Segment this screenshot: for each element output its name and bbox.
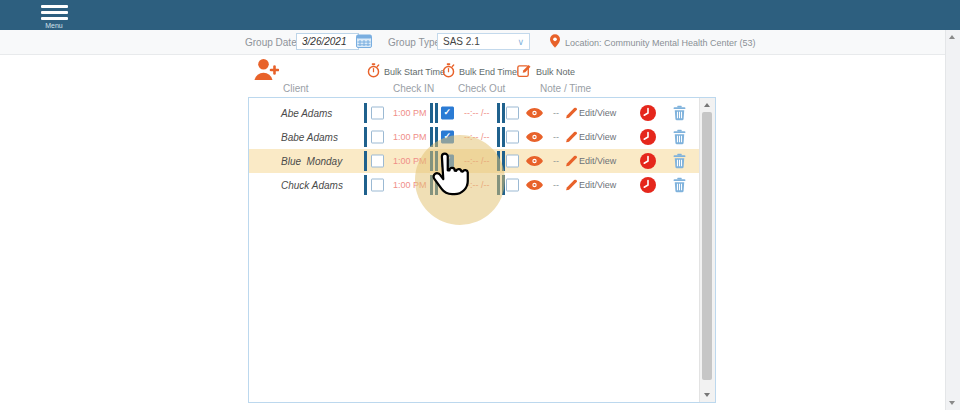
- column-divider: [430, 151, 433, 171]
- check-in-time[interactable]: 1:00 PM: [393, 156, 427, 166]
- time-clock-icon[interactable]: [640, 177, 656, 193]
- column-divider: [502, 151, 505, 171]
- add-client-button[interactable]: [253, 58, 279, 82]
- column-divider: [364, 175, 367, 195]
- check-in-time[interactable]: 1:00 PM: [393, 132, 427, 142]
- check-in-time[interactable]: 1:00 PM: [393, 108, 427, 118]
- column-divider: [497, 127, 500, 147]
- column-divider: [435, 127, 438, 147]
- scrollbar-thumb[interactable]: [702, 112, 712, 380]
- group-date-label: Group Date:: [245, 37, 299, 48]
- column-divider: [364, 103, 367, 123]
- check-out-time[interactable]: --:-- /--: [464, 180, 489, 190]
- column-header-check-out: Check Out: [458, 83, 505, 94]
- column-divider: [364, 151, 367, 171]
- column-divider: [430, 175, 433, 195]
- note-time-value: --: [553, 132, 559, 142]
- column-divider: [435, 103, 438, 123]
- edit-view-link[interactable]: Edit/View: [579, 156, 616, 166]
- group-date-input[interactable]: 3/26/2021: [296, 33, 359, 50]
- delete-trash-icon[interactable]: [673, 154, 686, 169]
- note-checkbox[interactable]: [506, 179, 519, 192]
- note-checkbox[interactable]: [506, 131, 519, 144]
- scroll-down-arrow-icon[interactable]: [949, 401, 955, 405]
- table-scrollbar[interactable]: [699, 98, 715, 402]
- note-edit-icon: [517, 63, 532, 80]
- delete-trash-icon[interactable]: [673, 106, 686, 121]
- column-divider: [364, 127, 367, 147]
- note-time-value: --: [553, 108, 559, 118]
- check-in-checkbox[interactable]: [371, 107, 384, 120]
- chevron-down-icon: ∨: [517, 35, 524, 50]
- scroll-up-arrow-icon[interactable]: [704, 103, 710, 107]
- bulk-start-time-button[interactable]: Bulk Start Time: [367, 63, 445, 80]
- note-checkbox[interactable]: [506, 155, 519, 168]
- client-name: Babe Adams: [281, 132, 338, 143]
- bulk-note-button[interactable]: Bulk Note: [517, 63, 575, 80]
- check-out-time[interactable]: --:-- /--: [464, 108, 489, 118]
- group-type-select[interactable]: SAS 2.1 ∨: [437, 33, 530, 50]
- scroll-up-arrow-icon[interactable]: [949, 35, 955, 39]
- column-divider: [430, 103, 433, 123]
- menu-button-label: Menu: [36, 22, 72, 29]
- scroll-down-arrow-icon[interactable]: [704, 393, 710, 397]
- delete-trash-icon[interactable]: [673, 178, 686, 193]
- calendar-icon[interactable]: [356, 34, 372, 48]
- client-name: Blue Monday: [281, 156, 342, 167]
- edit-pencil-icon[interactable]: [566, 108, 577, 119]
- time-clock-icon[interactable]: [640, 105, 656, 121]
- check-in-checkbox[interactable]: [371, 155, 384, 168]
- time-clock-icon[interactable]: [640, 153, 656, 169]
- view-note-eye-icon[interactable]: [526, 108, 543, 119]
- note-time-value: --: [553, 156, 559, 166]
- view-note-eye-icon[interactable]: [526, 156, 543, 167]
- column-divider: [497, 151, 500, 171]
- view-note-eye-icon[interactable]: [526, 180, 543, 191]
- check-in-time[interactable]: 1:00 PM: [393, 180, 427, 190]
- menu-button[interactable]: Menu: [36, 2, 72, 29]
- group-type-label: Group Type:: [388, 37, 443, 48]
- check-in-checkbox[interactable]: [371, 179, 384, 192]
- view-note-eye-icon[interactable]: [526, 132, 543, 143]
- group-type-value: SAS 2.1: [443, 36, 480, 47]
- check-out-checkbox[interactable]: [441, 155, 454, 168]
- table-row: Babe Adams 1:00 PM --:-- /-- -- Edit/Vie…: [249, 125, 699, 149]
- check-out-time[interactable]: --:-- /--: [464, 156, 489, 166]
- bulk-start-time-label: Bulk Start Time: [384, 67, 445, 77]
- column-divider: [430, 127, 433, 147]
- check-out-checkbox[interactable]: [441, 179, 454, 192]
- table-row: Blue Monday 1:00 PM --:-- /-- -- Edit/Vi…: [249, 149, 699, 173]
- table-row: Chuck Adams 1:00 PM --:-- /-- -- Edit/Vi…: [249, 173, 699, 197]
- column-header-check-in: Check IN: [393, 83, 434, 94]
- location-pin-icon: [550, 34, 560, 52]
- page-scrollbar[interactable]: [945, 30, 960, 410]
- filters-toolbar: Group Date: 3/26/2021 Group Type: SAS 2.…: [0, 30, 946, 55]
- edit-pencil-icon[interactable]: [566, 156, 577, 167]
- edit-pencil-icon[interactable]: [566, 132, 577, 143]
- delete-trash-icon[interactable]: [673, 130, 686, 145]
- stopwatch-icon: [442, 63, 455, 80]
- bulk-note-label: Bulk Note: [536, 67, 575, 77]
- bulk-end-time-button[interactable]: Bulk End Time: [442, 63, 517, 80]
- column-divider: [502, 127, 505, 147]
- check-in-checkbox[interactable]: [371, 131, 384, 144]
- note-checkbox[interactable]: [506, 107, 519, 120]
- column-header-client: Client: [283, 83, 309, 94]
- location-display: Location: Community Mental Health Center…: [550, 34, 756, 52]
- check-out-checkbox[interactable]: [441, 131, 454, 144]
- check-out-checkbox[interactable]: [441, 107, 454, 120]
- time-clock-icon[interactable]: [640, 129, 656, 145]
- client-name: Abe Adams: [281, 108, 332, 119]
- column-divider: [435, 151, 438, 171]
- edit-pencil-icon[interactable]: [566, 180, 577, 191]
- column-divider: [497, 175, 500, 195]
- hamburger-icon: [36, 5, 72, 21]
- table-row: Abe Adams 1:00 PM --:-- /-- -- Edit/View: [249, 101, 699, 125]
- note-time-value: --: [553, 180, 559, 190]
- check-out-time[interactable]: --:-- /--: [464, 132, 489, 142]
- edit-view-link[interactable]: Edit/View: [579, 132, 616, 142]
- edit-view-link[interactable]: Edit/View: [579, 180, 616, 190]
- location-label: Location: Community Mental Health Center…: [565, 38, 756, 48]
- edit-view-link[interactable]: Edit/View: [579, 108, 616, 118]
- client-name: Chuck Adams: [281, 180, 343, 191]
